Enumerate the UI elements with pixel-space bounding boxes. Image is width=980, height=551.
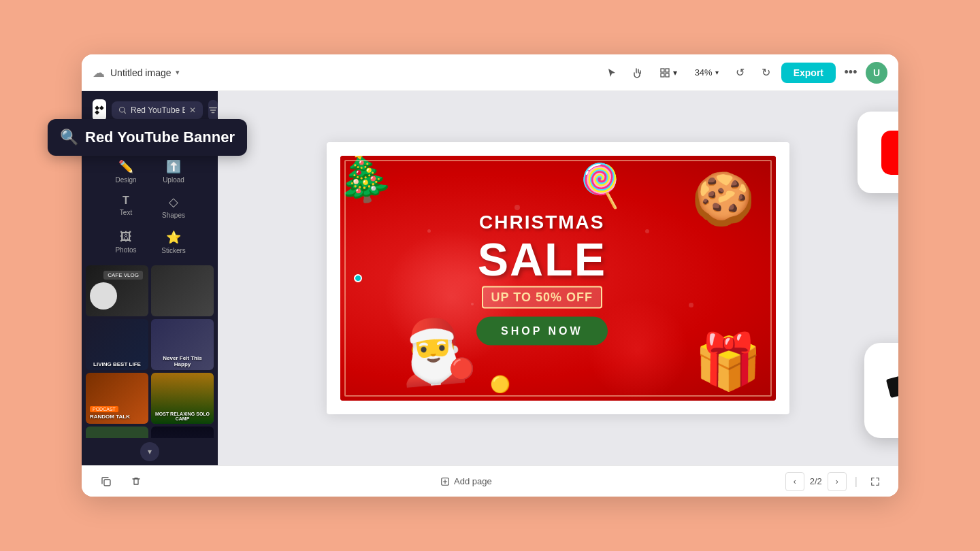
next-page-icon: › [836, 477, 838, 486]
hand-tool-button[interactable] [627, 62, 649, 84]
prev-page-icon: ‹ [794, 477, 796, 486]
filter-icon [208, 105, 218, 115]
search-icon [118, 106, 127, 114]
stickers-icon: ⭐ [166, 230, 181, 245]
document-title: Untitled image [110, 67, 172, 78]
sidebar-item-text[interactable]: T Text [102, 189, 150, 224]
svg-rect-8 [104, 480, 110, 486]
topbar: ☁ Untitled image ▾ ▾ 34% ▾ [82, 54, 898, 91]
prev-page-button[interactable]: ‹ [785, 472, 804, 491]
layout-button[interactable]: ▾ [653, 65, 684, 81]
chevron-down-icon: ▾ [148, 447, 152, 456]
cloud-icon: ☁ [93, 65, 105, 80]
template-card-italia[interactable]: The Essence of ITALIA [151, 427, 214, 438]
title-chevron-icon: ▾ [176, 68, 180, 77]
photos-icon: 🖼 [120, 230, 132, 244]
banner-text-area: CHRISTMAS SALE UP TO 50% OFF SHOP NOW [476, 212, 608, 346]
template-grid: CAFE VLOG LIVING BEST LIFE Never Felt Th… [82, 263, 218, 438]
delete-icon [131, 476, 142, 487]
shop-now-button[interactable]: SHOP NOW [476, 317, 608, 346]
happy-label: Never Felt This Happy [154, 355, 211, 367]
more-icon: ••• [845, 65, 858, 80]
search-input[interactable] [131, 105, 185, 115]
ball-decoration-1: 🔴 [449, 356, 474, 380]
template-card-florist[interactable]: Floristday in [86, 427, 148, 438]
export-button[interactable]: Export [781, 63, 836, 83]
fullscreen-icon [870, 477, 880, 486]
relaxing-label: MOST RELAXING SOLO CAMP [154, 412, 211, 421]
bottom-bar: Add page ‹ 2/2 › | [82, 465, 898, 497]
avatar[interactable]: U [866, 62, 887, 84]
canvas-area: 🎄 🎅 🍭 🍪 🎁 🔴 🟡 [218, 91, 898, 465]
nav-label: Design [115, 176, 136, 184]
banner-inner: 🎄 🎅 🍭 🍪 🎁 🔴 🟡 [340, 156, 776, 401]
sidebar-item-photos[interactable]: 🖼 Photos [102, 224, 150, 260]
delete-button[interactable] [125, 471, 147, 492]
search-clear-button[interactable]: ✕ [189, 105, 196, 115]
template-card-studio[interactable] [151, 265, 214, 316]
card-vlog-label: CAFE VLOG [103, 271, 143, 280]
add-page-icon [440, 477, 450, 486]
copy-icon [101, 476, 112, 487]
add-page-button[interactable]: Add page [432, 472, 500, 490]
search-tooltip-icon: 🔍 [60, 129, 78, 146]
next-page-button[interactable]: › [828, 472, 847, 491]
sidebar-item-shapes[interactable]: ◇ Shapes [150, 189, 197, 224]
podcast-badge: PODCAST [90, 406, 118, 412]
bottom-left-tools [95, 471, 147, 492]
more-options-button[interactable]: ••• [840, 62, 862, 84]
search-tooltip-text: Red YouTube Banner [85, 129, 235, 146]
search-bar[interactable]: ✕ [112, 101, 203, 119]
bottom-right-navigation: ‹ 2/2 › | [785, 472, 885, 491]
snap-indicator [354, 274, 362, 282]
zoom-chevron-icon: ▾ [715, 69, 719, 76]
topbar-tools: ▾ 34% ▾ ↺ ↻ Export ••• [601, 62, 887, 84]
template-card-happy[interactable]: Never Felt This Happy [151, 319, 214, 370]
random-label: RANDOM TALK [90, 414, 130, 420]
zoom-button[interactable]: 34% ▾ [688, 65, 725, 80]
living-label: LIVING BEST LIFE [88, 361, 146, 367]
add-page-label: Add page [454, 476, 492, 486]
search-tooltip: 🔍 Red YouTube Banner [48, 119, 247, 156]
zoom-value: 34% [695, 67, 713, 78]
nav-label: Text [120, 209, 132, 216]
divider: | [855, 475, 858, 488]
sidebar-expand-button[interactable]: ▾ [140, 442, 159, 461]
copy-button[interactable] [95, 471, 117, 492]
vlog-avatar [90, 282, 117, 310]
shop-now-label: SHOP NOW [501, 325, 583, 337]
search-filter-button[interactable] [208, 100, 218, 120]
sidebar-item-upload[interactable]: ⬆️ Upload [150, 154, 197, 189]
redo-icon: ↻ [762, 66, 770, 79]
fullscreen-button[interactable] [866, 472, 885, 491]
sidebar-bottom: ▾ [82, 438, 218, 465]
upload-icon: ⬆️ [166, 159, 181, 174]
layout-label: ▾ [673, 68, 677, 78]
template-card-random[interactable]: PODCAST RANDOM TALK [86, 373, 148, 424]
undo-button[interactable]: ↺ [730, 62, 751, 84]
christmas-banner[interactable]: 🎄 🎅 🍭 🍪 🎁 🔴 🟡 [340, 156, 776, 401]
design-icon: ✏️ [118, 159, 133, 174]
template-card-vlog[interactable]: CAFE VLOG [86, 265, 148, 316]
sidebar-item-stickers[interactable]: ⭐ Stickers [150, 224, 197, 260]
nav-label: Upload [163, 176, 184, 184]
stocking-decoration: 🎁 [694, 330, 762, 394]
sidebar-item-design[interactable]: ✏️ Design [102, 154, 150, 189]
svg-rect-0 [661, 69, 664, 72]
redo-button[interactable]: ↻ [755, 62, 777, 84]
export-label: Export [794, 67, 823, 78]
template-card-relaxing[interactable]: MOST RELAXING SOLO CAMP [151, 373, 214, 424]
capcut-logo[interactable] [93, 99, 106, 121]
floating-youtube-icon [858, 112, 898, 193]
text-icon: T [122, 195, 129, 207]
template-card-living[interactable]: LIVING BEST LIFE [86, 319, 148, 370]
document-title-area[interactable]: Untitled image ▾ [110, 67, 180, 78]
page-indicator: 2/2 [810, 476, 822, 486]
undo-icon: ↺ [736, 66, 745, 79]
nav-label: Photos [115, 246, 136, 254]
topbar-left: ☁ Untitled image ▾ [93, 65, 180, 80]
select-tool-button[interactable] [601, 62, 623, 84]
canvas-wrapper: 🎄 🎅 🍭 🍪 🎁 🔴 🟡 [327, 142, 789, 414]
youtube-logo [881, 131, 898, 175]
ball-decoration-2: 🟡 [490, 375, 510, 394]
